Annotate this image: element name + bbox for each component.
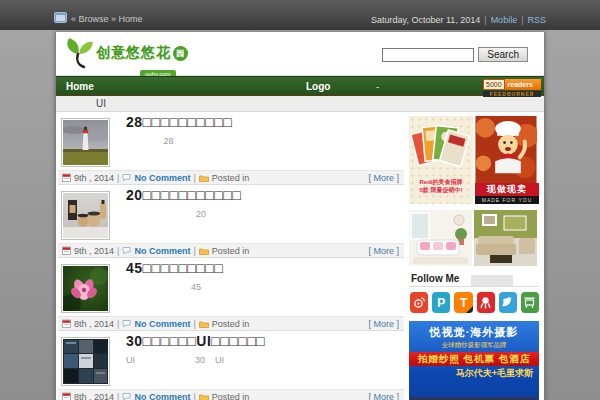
- post-date: 9th , 2014: [74, 173, 114, 183]
- calendar-icon: [62, 173, 71, 182]
- post-title[interactable]: 20□□□□□□□□□□□: [126, 187, 404, 203]
- post-date: 8th , 2014: [74, 319, 114, 329]
- food-ad-menu-panel: Redi的美食招牌 5款 限量促销中!: [409, 116, 473, 204]
- feedburner-chicklet[interactable]: 5000 readers FEEDBURNER: [483, 79, 541, 97]
- subnav-item-ui[interactable]: UI: [96, 98, 106, 109]
- post-item: 30□□□□□□UI□□□□□□UI 30 UI8th , 2014|No Co…: [56, 333, 404, 400]
- pengyou-icon[interactable]: P: [432, 292, 450, 313]
- nav-item-dash[interactable]: -: [376, 77, 379, 96]
- post-title[interactable]: 45□□□□□□□□□: [126, 260, 404, 276]
- inactive-tab[interactable]: [471, 275, 513, 286]
- post-thumbnail-cosmetics[interactable]: [61, 191, 110, 240]
- sub-nav: UI: [56, 96, 544, 112]
- post-excerpt: UI 30 UI: [126, 355, 404, 365]
- post-thumbnail-lighthouse[interactable]: [61, 118, 110, 167]
- search-button[interactable]: Search: [478, 47, 528, 62]
- more-link[interactable]: [ More ]: [368, 173, 399, 183]
- post-title[interactable]: 28□□□□□□□□□□: [126, 114, 404, 130]
- main-nav: Home Logo - 5000 readers FEEDBURNER: [56, 76, 544, 96]
- more-link[interactable]: [ More ]: [368, 319, 399, 329]
- follow-me-title[interactable]: Follow Me: [409, 273, 463, 286]
- folder-icon: [199, 174, 209, 182]
- food-ad-banner-text: 现做现卖: [475, 183, 539, 196]
- post-excerpt: 28: [126, 136, 404, 146]
- kaixin-icon[interactable]: [477, 292, 495, 313]
- travel-ad-subtitle: 全球婚纱摄影领军品牌: [409, 340, 539, 350]
- post-thumbnail-ui-collage[interactable]: [61, 337, 110, 386]
- comment-icon: [122, 246, 131, 255]
- post-date: 9th , 2014: [74, 246, 114, 256]
- separator: |: [193, 392, 195, 400]
- topbar-date: Saturday, October 11, 2014: [371, 15, 480, 25]
- post-item: 28□□□□□□□□□□ 289th , 2014|No Comment|Pos…: [56, 114, 404, 185]
- separator: |: [117, 319, 119, 329]
- search-bar: Search: [382, 47, 528, 62]
- content-area: 28□□□□□□□□□□ 289th , 2014|No Comment|Pos…: [56, 112, 544, 400]
- food-ad-text-line1: Redi的美食招牌: [409, 178, 473, 186]
- post-meta-bar: 8th , 2014|No Comment|Posted in[ More ]: [58, 316, 404, 331]
- no-comment-link[interactable]: No Comment: [134, 246, 190, 256]
- separator: |: [117, 392, 119, 400]
- no-comment-link[interactable]: No Comment: [134, 319, 190, 329]
- twitter-icon[interactable]: [499, 292, 517, 313]
- post-title[interactable]: 30□□□□□□UI□□□□□□: [126, 333, 404, 349]
- comment-icon: [122, 173, 131, 182]
- food-ad-chef-panel: 现做现卖 MADE FOR YOU: [475, 116, 539, 204]
- folder-icon: [199, 247, 209, 255]
- post-meta-bar: 8th , 2014|No Comment|Posted in[ More ]: [58, 389, 404, 400]
- no-comment-link[interactable]: No Comment: [134, 392, 190, 400]
- posted-in-label: Posted in: [212, 319, 250, 329]
- post-item: 45□□□□□□□□□ 458th , 2014|No Comment|Post…: [56, 260, 404, 331]
- food-ad-text-line2: 5款 限量促销中!: [409, 186, 473, 194]
- feedburner-readers-label: readers: [505, 79, 541, 90]
- douban-icon[interactable]: [521, 292, 539, 313]
- top-bar: « Browse » Home Saturday, October 11, 20…: [0, 0, 600, 30]
- food-ad-banner[interactable]: Redi的美食招牌 5款 限量促销中! 现做现: [409, 116, 539, 204]
- site-logo[interactable]: 创意悠悠花 园 uuhy.com: [64, 36, 188, 80]
- nav-item-home[interactable]: Home: [56, 77, 94, 96]
- leaf-logo-icon: [64, 36, 94, 80]
- post-list: 28□□□□□□□□□□ 289th , 2014|No Comment|Pos…: [56, 112, 404, 400]
- chef-illustration: [475, 116, 537, 183]
- calendar-icon: [62, 319, 71, 328]
- post-thumbnail-lotus[interactable]: [61, 264, 110, 313]
- nav-item-logo[interactable]: Logo: [306, 77, 330, 96]
- travel-photography-ad[interactable]: 悦视觉·海外摄影 全球婚纱摄影领军品牌 拍婚纱照 包机票 包酒店 马尔代夫+毛里…: [409, 321, 539, 400]
- search-input[interactable]: [382, 48, 474, 62]
- post-excerpt: 45: [126, 282, 404, 292]
- mobile-link[interactable]: Mobile: [491, 15, 518, 25]
- posted-in-label: Posted in: [212, 173, 250, 183]
- calendar-icon: [62, 246, 71, 255]
- browser-icon: [54, 12, 67, 25]
- travel-ad-destinations: 马尔代夫+毛里求斯: [409, 366, 539, 380]
- site-title-badge: 园: [173, 46, 188, 61]
- food-ad-caption: MADE FOR YOU: [475, 196, 539, 204]
- travel-ad-offer: 拍婚纱照 包机票 包酒店: [409, 352, 539, 366]
- separator: |: [117, 173, 119, 183]
- tencent-weibo-icon[interactable]: T: [454, 292, 472, 313]
- rss-link[interactable]: RSS: [527, 15, 546, 25]
- post-meta-bar: 9th , 2014|No Comment|Posted in[ More ]: [58, 243, 404, 258]
- posted-in-label: Posted in: [212, 246, 250, 256]
- interior-room-left: [409, 210, 472, 266]
- separator: |: [193, 319, 195, 329]
- breadcrumb[interactable]: « Browse » Home: [54, 12, 143, 25]
- weibo-icon[interactable]: [410, 292, 428, 313]
- post-date: 8th , 2014: [74, 392, 114, 400]
- separator: |: [521, 15, 523, 25]
- feedburner-powered-label: FEEDBURNER: [483, 91, 541, 97]
- page-panel: 创意悠悠花 园 uuhy.com Search Home Logo - 5000…: [55, 32, 545, 400]
- follow-me-section: Follow Me PT: [409, 272, 539, 319]
- breadcrumb-label[interactable]: « Browse » Home: [71, 14, 143, 24]
- comment-icon: [122, 392, 131, 400]
- site-header: 创意悠悠花 园 uuhy.com Search: [56, 32, 544, 76]
- separator: |: [193, 246, 195, 256]
- interior-design-ad[interactable]: [409, 210, 539, 266]
- no-comment-link[interactable]: No Comment: [134, 173, 190, 183]
- posted-in-label: Posted in: [212, 392, 250, 400]
- post-excerpt: 20: [126, 209, 404, 219]
- more-link[interactable]: [ More ]: [368, 246, 399, 256]
- site-title: 创意悠悠花: [96, 44, 171, 62]
- travel-ad-title: 悦视觉·海外摄影: [409, 321, 539, 340]
- more-link[interactable]: [ More ]: [368, 392, 399, 400]
